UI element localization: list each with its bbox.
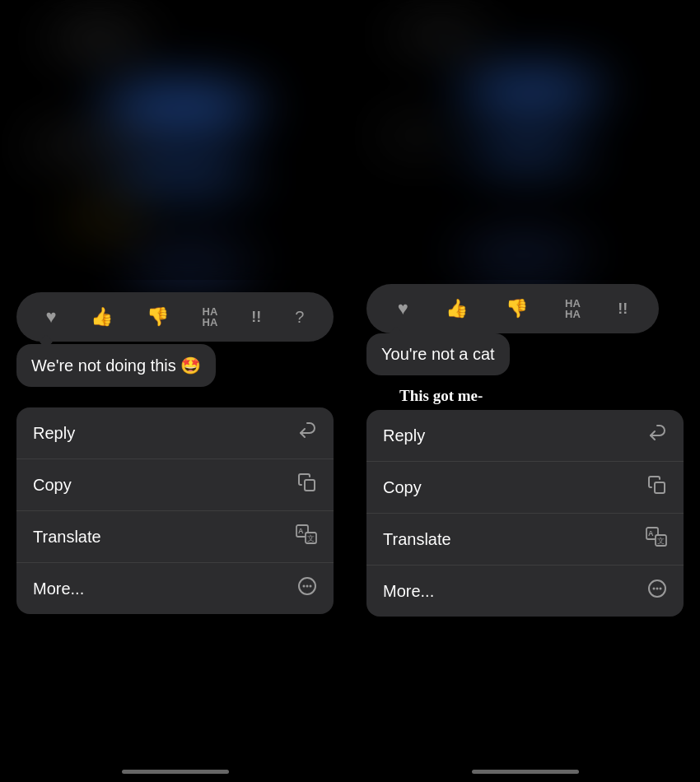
haha-reaction-right[interactable]: HAHA bbox=[565, 298, 581, 319]
translate-label: Translate bbox=[33, 528, 101, 547]
svg-rect-0 bbox=[305, 480, 315, 491]
more-label-right: More... bbox=[383, 582, 434, 601]
reply-menu-item[interactable]: Reply bbox=[16, 407, 334, 459]
heart-reaction[interactable]: ♥ bbox=[46, 306, 57, 328]
reaction-bar[interactable]: ♥ 👍 👎 HAHA !! ? bbox=[16, 292, 334, 342]
translate-icon: A 文 bbox=[296, 524, 317, 549]
thumbsup-reaction[interactable]: 👍 bbox=[91, 306, 113, 328]
copy-menu-item-right[interactable]: Copy bbox=[366, 462, 684, 514]
top-blur-overlay-right bbox=[350, 0, 700, 280]
context-menu: Reply Copy Translate A bbox=[16, 407, 334, 614]
svg-text:文: 文 bbox=[307, 534, 315, 542]
thumbsdown-reaction-right[interactable]: 👎 bbox=[506, 298, 528, 319]
more-menu-item[interactable]: More... bbox=[16, 563, 334, 614]
more-label: More... bbox=[33, 580, 84, 598]
message-text: We're not doing this 🤩 bbox=[31, 356, 201, 375]
svg-rect-9 bbox=[655, 482, 665, 493]
message-bubble-right: You're not a cat bbox=[366, 333, 510, 375]
reply-icon-right bbox=[647, 423, 667, 448]
more-icon bbox=[297, 576, 317, 601]
exclamation-reaction-right[interactable]: !! bbox=[618, 300, 628, 318]
overlay-text: This got me- bbox=[399, 387, 483, 405]
svg-point-16 bbox=[656, 588, 659, 590]
reply-label: Reply bbox=[33, 424, 75, 443]
reaction-bar-right[interactable]: ♥ 👍 👎 HAHA !! bbox=[366, 284, 659, 333]
svg-point-17 bbox=[660, 588, 662, 590]
translate-menu-item-right[interactable]: Translate A 文 bbox=[366, 514, 684, 566]
top-blur-overlay bbox=[0, 0, 350, 280]
more-menu-item-right[interactable]: More... bbox=[366, 566, 684, 617]
translate-label-right: Translate bbox=[383, 530, 451, 549]
exclamation-reaction[interactable]: !! bbox=[251, 309, 261, 326]
reply-label-right: Reply bbox=[383, 426, 425, 445]
copy-menu-item[interactable]: Copy bbox=[16, 459, 334, 511]
svg-text:A: A bbox=[298, 527, 304, 535]
haha-reaction[interactable]: HAHA bbox=[203, 306, 218, 328]
copy-icon bbox=[297, 472, 317, 497]
left-panel: ♥ 👍 👎 HAHA !! ? We're not doing this 🤩 R… bbox=[0, 0, 350, 782]
copy-icon-right bbox=[647, 475, 667, 500]
svg-point-8 bbox=[310, 585, 312, 588]
message-bubble: We're not doing this 🤩 bbox=[16, 344, 216, 387]
svg-point-7 bbox=[306, 585, 309, 588]
home-indicator bbox=[122, 770, 229, 774]
thumbsdown-reaction[interactable]: 👎 bbox=[147, 306, 169, 328]
svg-point-15 bbox=[653, 588, 656, 590]
heart-reaction-right[interactable]: ♥ bbox=[398, 298, 408, 319]
question-reaction[interactable]: ? bbox=[295, 308, 304, 327]
context-menu-right: Reply Copy Translate A bbox=[366, 410, 684, 617]
message-text-right: You're not a cat bbox=[381, 345, 495, 363]
svg-text:A: A bbox=[648, 529, 654, 538]
more-icon-right bbox=[647, 579, 667, 603]
copy-label: Copy bbox=[33, 476, 72, 495]
translate-icon-right: A 文 bbox=[646, 527, 667, 552]
copy-label-right: Copy bbox=[383, 478, 422, 497]
reply-menu-item-right[interactable]: Reply bbox=[366, 410, 684, 462]
right-panel: ♥ 👍 👎 HAHA !! You're not a cat This got … bbox=[350, 0, 700, 782]
thumbsup-reaction-right[interactable]: 👍 bbox=[446, 298, 468, 319]
reply-icon bbox=[297, 421, 317, 445]
home-indicator-right bbox=[472, 770, 579, 774]
svg-text:文: 文 bbox=[657, 537, 665, 545]
translate-menu-item[interactable]: Translate A 文 bbox=[16, 511, 334, 563]
svg-point-6 bbox=[303, 585, 306, 588]
